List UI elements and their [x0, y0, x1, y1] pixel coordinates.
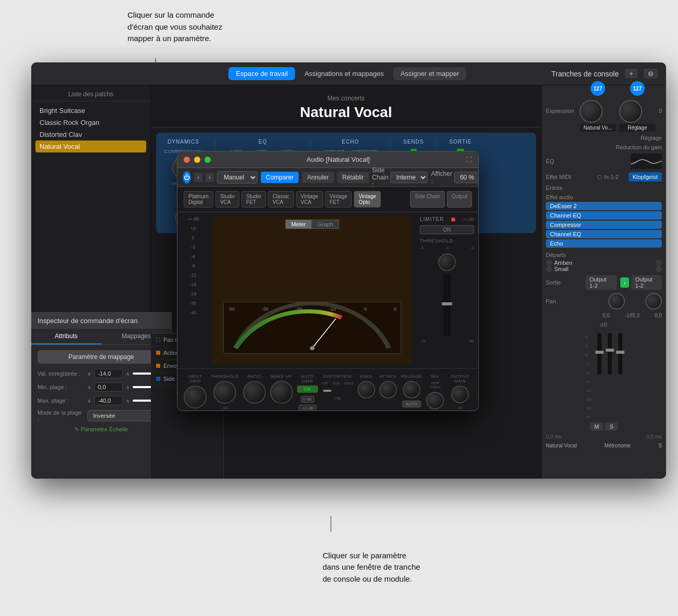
release-auto-button[interactable]: AUTO — [402, 401, 421, 407]
expression-knob-value: 127 — [591, 81, 605, 96]
vintage-fet-tab[interactable]: VintageFET — [325, 191, 352, 208]
output-button[interactable]: Output 1-2 — [585, 275, 617, 290]
expression-knob[interactable] — [580, 100, 603, 123]
reset-button[interactable]: Rétablir — [337, 172, 369, 183]
makeup-knob[interactable] — [270, 381, 293, 404]
auto-gain-12db-button[interactable]: -12 dB — [299, 405, 316, 411]
release-knob[interactable] — [403, 381, 420, 399]
fader-thumb-2[interactable] — [606, 349, 614, 352]
assignments-button[interactable]: Assignations et mappages — [299, 67, 389, 80]
svg-line-0 — [312, 318, 336, 348]
output-button-2[interactable]: Output 1-2 — [631, 275, 662, 290]
minimize-button[interactable] — [194, 157, 200, 163]
pan-knob-1[interactable] — [608, 293, 625, 310]
auto-gain-on-button[interactable]: ON — [297, 386, 318, 393]
threshold-knob-main[interactable] — [213, 381, 236, 404]
studio-vca-tab[interactable]: StudioVCA — [215, 191, 239, 208]
concert-header: Mes concerts Natural Vocal — [151, 85, 541, 127]
channeleq1-item[interactable]: Channel EQ — [546, 211, 662, 220]
in-label: In 1-2 — [604, 174, 619, 180]
deesser-item[interactable]: DeEsser 2 — [546, 202, 662, 210]
add-tranche-button[interactable]: + — [625, 69, 637, 79]
fader-track-2[interactable] — [608, 333, 612, 375]
attack-label: ATTACK — [379, 374, 396, 379]
meter-tab[interactable]: Meter — [286, 220, 312, 229]
classic-vca-tab[interactable]: ClassicVCA — [268, 191, 294, 208]
min-value: 0,0 — [94, 382, 123, 392]
studio-fet-tab[interactable]: StudioFET — [241, 191, 265, 208]
input-gain-knob[interactable] — [184, 386, 207, 408]
minus-tranche-button[interactable]: ⊖ — [644, 69, 658, 79]
mapping-param-button[interactable]: Paramètre de mappage — [37, 350, 165, 364]
amben-dot — [546, 260, 552, 266]
sidechain-select[interactable]: Interne — [390, 172, 428, 183]
mix-knob[interactable] — [426, 392, 444, 409]
zoom-select[interactable]: 60 % — [454, 172, 479, 183]
output-fader-thumb[interactable] — [442, 302, 452, 305]
pan-row: Pan — [546, 293, 662, 310]
fullscreen-button[interactable] — [204, 157, 211, 163]
threshold-label: THRESHOLD — [420, 238, 474, 243]
pan-value-2: -185,3 — [625, 313, 639, 318]
ratio-knob[interactable] — [243, 381, 266, 404]
reglage-knob[interactable] — [619, 100, 642, 123]
platinum-tab[interactable]: PlatinumDigital — [184, 191, 213, 208]
output-gain-knob[interactable] — [451, 386, 469, 403]
expression-row: Expression 127 Natural Vo... 127 Réglage… — [546, 89, 662, 132]
map-dot-4 — [156, 377, 160, 381]
prev-preset-button[interactable]: ‹ — [194, 173, 202, 182]
klopfgeist-button[interactable]: Klopfgeist — [629, 172, 662, 182]
pan-knob-2[interactable] — [645, 293, 662, 310]
mute-button[interactable]: M — [590, 422, 603, 431]
dynamics-label: DYNAMICS — [168, 139, 199, 145]
compressor-item[interactable]: Compressor — [546, 221, 662, 229]
graph-tab[interactable]: Graph — [312, 220, 339, 229]
limiter-on-button[interactable]: ON — [420, 225, 474, 234]
output-tab[interactable]: Output — [447, 191, 472, 208]
channeleq2-item[interactable]: Channel EQ — [546, 230, 662, 238]
inspector-tabs: Attributs Mappages — [31, 329, 171, 345]
side-chain-tab[interactable]: Side Chain — [410, 191, 445, 208]
solo-button[interactable]: S — [605, 422, 617, 431]
output-right: ♪ Output 1-2 — [620, 275, 662, 290]
amben-send: Amben — [546, 260, 662, 266]
fader-thumb-1[interactable] — [595, 351, 604, 354]
fader-thumb-3[interactable] — [616, 351, 624, 354]
reglage-knob-container: 127 Réglage — [619, 89, 656, 132]
sidechain-label: Side Chain : — [372, 166, 388, 188]
auto-gain-0db-button[interactable]: 0 dB — [301, 396, 314, 403]
sidechain-row: Side Chain : Interne — [372, 166, 428, 188]
mix-group: MIX Input Output -30 — [426, 374, 444, 411]
callout-line-bottom — [330, 516, 331, 532]
fader-track-1[interactable] — [597, 333, 602, 375]
patch-item-3[interactable]: Distorted Clav — [31, 129, 150, 140]
plugin-toolbar: ⏻ ‹ › Manuel Comparer Annuler Rétablir S… — [177, 168, 478, 187]
power-button[interactable]: ⏻ — [183, 171, 191, 184]
db-right-label: -∞ dB — [462, 217, 474, 222]
eq-strip-label: ÉQ — [546, 158, 587, 164]
knee-knob[interactable] — [357, 381, 375, 399]
patch-item-2[interactable]: Classic Rock Organ — [31, 117, 150, 129]
attack-knob[interactable] — [379, 381, 397, 399]
annotation-top-text: Cliquer sur la commanded'écran que vous … — [127, 10, 222, 43]
link-icon: ⬡ — [597, 174, 602, 180]
preset-select[interactable]: Manuel — [217, 171, 258, 184]
compare-button[interactable]: Comparer — [261, 172, 299, 183]
patch-item-4[interactable]: Natural Vocal — [35, 140, 146, 152]
close-button[interactable] — [184, 157, 190, 163]
workspace-button[interactable]: Espace de travail — [228, 67, 295, 80]
fader-track-3[interactable] — [618, 333, 622, 375]
echo-item[interactable]: Echo — [546, 239, 662, 248]
vintage-opto-tab[interactable]: VintageOpto — [354, 191, 381, 208]
expand-icon[interactable]: ⛶ — [466, 156, 472, 163]
threshold-knob[interactable] — [438, 253, 456, 271]
next-preset-button[interactable]: › — [206, 173, 214, 182]
cancel-button[interactable]: Annuler — [302, 172, 334, 183]
knee-label: KNEE — [360, 374, 373, 379]
autogain-label: AUTO GAIN — [297, 374, 318, 383]
vintage-vca-tab[interactable]: VintageVCA — [296, 191, 323, 208]
patch-item-1[interactable]: Bright Suitcase — [31, 105, 150, 117]
attributs-tab[interactable]: Attributs — [31, 329, 101, 344]
departs-label: Départs — [546, 252, 662, 258]
assign-map-button[interactable]: Assigner et mapper — [393, 67, 467, 80]
